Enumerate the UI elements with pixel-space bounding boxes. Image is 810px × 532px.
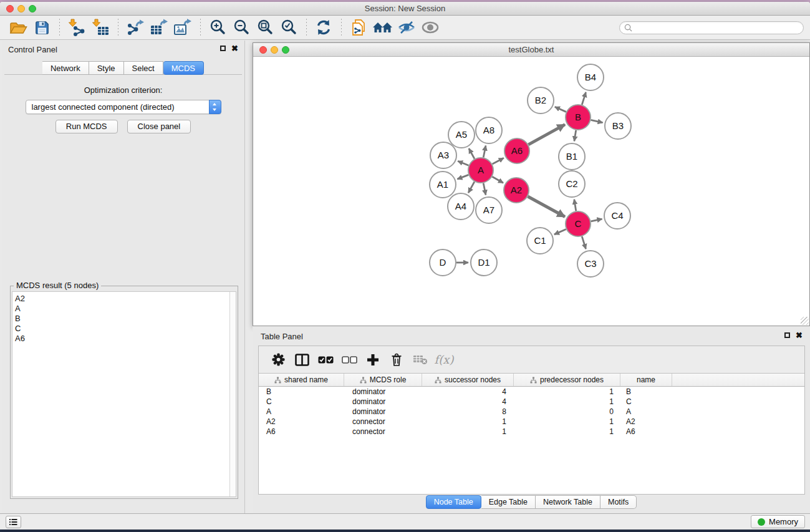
save-session-button[interactable] [32,17,52,37]
result-item[interactable]: A6 [15,334,236,344]
tab-select[interactable]: Select [124,61,163,75]
run-mcds-button[interactable]: Run MCDS [55,120,118,133]
graph-edge-A-A4[interactable] [468,181,475,193]
result-item[interactable]: C [15,324,236,334]
graph-edge-C-C4[interactable] [591,219,602,221]
tab-motifs[interactable]: Motifs [600,495,637,509]
zoom-fit-button[interactable] [255,17,275,37]
refresh-button[interactable] [314,17,334,37]
hide-selected-button[interactable] [397,17,417,37]
tab-edge-table[interactable]: Edge Table [481,495,536,509]
tab-mcds[interactable]: MCDS [163,61,204,75]
function-builder-button[interactable]: f(x) [432,349,456,370]
table-row[interactable]: A6connector11A6 [259,427,804,437]
tab-network-table[interactable]: Network Table [536,495,600,509]
graph-edge-C-C3[interactable] [582,236,586,249]
table-row[interactable]: Bdominator41B [259,387,804,397]
table-row[interactable]: Cdominator41C [259,397,804,407]
memory-button[interactable]: Memory [751,515,805,528]
table-row[interactable]: Adominator80A [259,407,804,417]
result-item[interactable]: A2 [15,294,236,304]
float-table-panel-icon[interactable] [784,332,790,338]
create-column-button[interactable] [361,349,385,370]
window-resize-handle[interactable] [801,317,809,325]
tab-node-table[interactable]: Node Table [426,495,481,509]
zoom-selected-button[interactable] [279,17,299,37]
graph-edge-C-C2[interactable] [574,200,576,211]
result-item[interactable]: B [15,314,236,324]
open-file-button[interactable] [8,17,28,37]
result-item[interactable]: A [15,304,236,314]
columns-icon [295,354,309,366]
show-column-panel-button[interactable] [290,349,314,370]
graph-edge-A-A8[interactable] [483,145,486,157]
graph-edge-A6-B[interactable] [528,125,565,145]
import-table-button[interactable] [90,17,110,37]
select-all-button[interactable] [314,349,337,370]
close-panel-icon[interactable]: ✖ [231,44,238,53]
graph-node-label-C: C [575,218,582,229]
graph-node-label-C3: C3 [584,258,596,269]
result-scrollbar[interactable] [229,292,236,496]
graph-node-label-B4: B4 [585,72,596,82]
float-panel-icon[interactable] [220,46,226,51]
table-row[interactable]: A2connector11A2 [259,417,804,427]
search-input[interactable] [619,21,804,34]
show-all-button[interactable] [420,17,440,37]
column-header-name[interactable]: name [620,374,672,386]
minimize-traffic-light[interactable] [17,5,25,12]
export-network-icon [126,19,145,36]
tab-network[interactable]: Network [42,61,89,75]
column-header-mcds-role[interactable]: MCDS role [344,374,422,386]
panel-menu-button[interactable] [6,516,21,528]
graph-edge-A2-C[interactable] [528,196,564,216]
network-zoom-traffic-light[interactable] [282,46,289,54]
network-close-traffic-light[interactable] [259,46,267,54]
import-network-button[interactable] [67,17,87,37]
graph-edge-B-B2[interactable] [555,107,566,112]
graph-edge-A-A7[interactable] [483,183,486,195]
column-header-predecessor-nodes[interactable]: predecessor nodes [514,374,620,386]
mcds-result-list[interactable]: A2 A B C A6 [12,291,236,497]
column-header-successor-nodes[interactable]: successor nodes [422,374,514,386]
delete-table-button[interactable] [408,349,432,370]
column-header-filler [672,374,804,386]
graph-edge-A-A1[interactable] [457,175,468,179]
close-panel-button[interactable]: Close panel [127,120,191,133]
zoom-in-button[interactable] [208,17,228,37]
graph-edge-A-A6[interactable] [493,158,504,164]
graph-edge-B-B1[interactable] [574,130,576,142]
graph-edge-A-A3[interactable] [458,161,468,165]
mcds-result-box: MCDS result (5 nodes) A2 A B C A6 [10,286,238,499]
export-image-button[interactable] [173,17,193,37]
zoom-out-button[interactable] [231,17,251,37]
graph-node-label-D1: D1 [478,257,489,268]
memory-status-dot [758,518,765,526]
delete-column-button[interactable] [385,349,408,370]
network-canvas[interactable]: B4B2BB3A5A8A6A3B1AA1C2A2A4A7C4CC1C3DD1 [253,57,809,326]
export-network-button[interactable] [125,17,145,37]
export-table-button[interactable] [149,17,169,37]
graph-edge-B-B4[interactable] [582,92,586,105]
criterion-dropdown[interactable]: largest connected component (directed) [26,100,221,114]
graph-edge-A-A5[interactable] [469,148,475,159]
new-network-from-selection-button[interactable] [349,17,369,37]
status-bar: Memory [0,513,810,530]
export-image-icon [173,19,192,36]
toolbar-separator [200,19,201,36]
zoom-traffic-light[interactable] [29,5,36,12]
close-table-panel-icon[interactable]: ✖ [796,331,803,340]
table-settings-button[interactable] [266,349,290,370]
graph-node-label-A6: A6 [511,145,523,156]
first-neighbors-button[interactable] [372,17,393,37]
graph-edge-C-C1[interactable] [554,229,566,234]
tab-style[interactable]: Style [89,61,124,75]
optimization-criterion-label: Optimization criterion: [2,85,244,95]
graph-node-label-C4: C4 [611,210,623,221]
column-header-shared-name[interactable]: shared name [259,374,344,386]
close-traffic-light[interactable] [6,5,14,12]
unselect-all-button[interactable] [337,349,361,370]
graph-edge-A-A2[interactable] [492,177,503,183]
graph-edge-B-B3[interactable] [591,120,603,122]
network-minimize-traffic-light[interactable] [271,46,278,54]
